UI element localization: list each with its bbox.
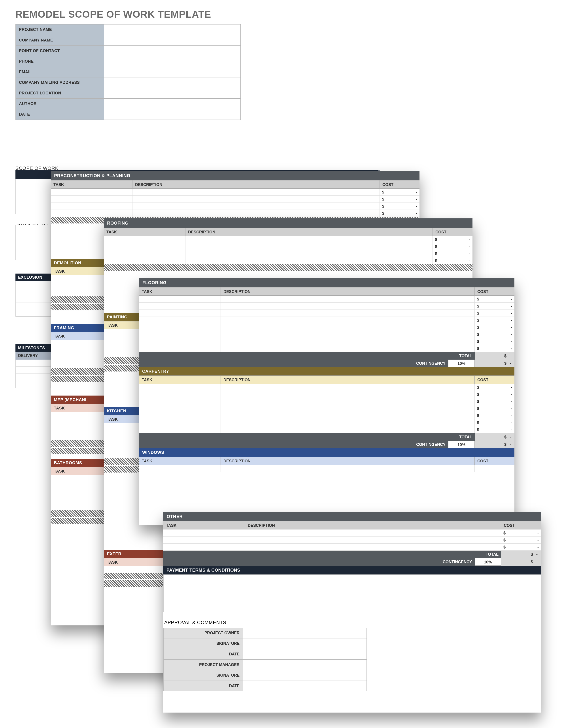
approval-value[interactable] (243, 670, 367, 681)
info-value[interactable] (104, 46, 241, 56)
task-label: TASK (54, 404, 65, 412)
info-value[interactable] (104, 109, 241, 120)
info-key: EMAIL (16, 67, 104, 77)
exclusions-body[interactable] (15, 281, 51, 317)
table-row[interactable]: $- (163, 529, 541, 537)
flooring-total-row: TOTAL $ - (139, 352, 514, 360)
table-row[interactable]: $- (139, 331, 514, 338)
sheet-4: OTHER TASK DESCRIPTION COST $-$-$- TOTAL… (163, 512, 541, 713)
table-row[interactable]: $- (139, 426, 514, 433)
task-label: TASK (107, 415, 118, 423)
dash: - (510, 435, 511, 439)
dash: - (510, 354, 511, 358)
info-value[interactable] (104, 67, 241, 77)
table-row[interactable]: $- (51, 189, 420, 196)
contingency-pct[interactable]: 10% (448, 360, 475, 367)
col-task: TASK (163, 521, 245, 529)
table-row[interactable]: $- (163, 537, 541, 544)
project-info-table: PROJECT NAMECOMPANY NAMEPOINT OF CONTACT… (15, 24, 241, 120)
currency: $ (504, 435, 507, 439)
column-headers: TASK DESCRIPTION COST (104, 228, 473, 236)
table-row[interactable]: $- (139, 338, 514, 345)
col-task: TASK (139, 457, 221, 465)
table-row[interactable]: $- (139, 391, 514, 398)
table-row[interactable]: $- (139, 296, 514, 303)
info-key: PHONE (16, 56, 104, 67)
payment-terms-body[interactable] (163, 574, 541, 612)
info-value[interactable] (104, 56, 241, 67)
page-title: REMODEL SCOPE OF WORK TEMPLATE (0, 0, 563, 24)
dash: - (510, 442, 511, 447)
col-desc: DESCRIPTION (221, 457, 475, 465)
table-row[interactable]: $- (139, 310, 514, 317)
total-label: TOTAL (139, 433, 475, 441)
task-label: TASK (107, 558, 118, 566)
table-row[interactable]: $- (139, 412, 514, 419)
currency: $ (531, 552, 533, 557)
task-label: TASK (54, 467, 65, 475)
info-value[interactable] (104, 24, 241, 35)
currency: $ (504, 361, 507, 366)
divider (104, 264, 473, 271)
currency: $ (504, 442, 507, 447)
table-row[interactable] (139, 465, 514, 472)
project-deliverables-body[interactable] (15, 225, 51, 260)
info-key: PROJECT LOCATION (16, 88, 104, 99)
info-value[interactable] (104, 77, 241, 88)
payment-terms-header: PAYMENT TERMS & CONDITIONS (163, 566, 541, 574)
info-value[interactable] (104, 99, 241, 109)
table-row[interactable]: $- (104, 236, 473, 243)
col-task: TASK (104, 228, 185, 236)
carpentry-header: CARPENTRY (139, 367, 514, 375)
task-label: TASK (54, 332, 65, 340)
total-label: TOTAL (163, 551, 501, 558)
contingency-pct[interactable]: 10% (475, 558, 501, 566)
approval-value[interactable] (243, 638, 367, 649)
table-row[interactable]: $- (139, 419, 514, 426)
carpentry-total-row: TOTAL $ - (139, 433, 514, 441)
approval-value[interactable] (243, 660, 367, 670)
table-row[interactable]: $- (104, 250, 473, 257)
contingency-pct[interactable]: 10% (448, 441, 475, 448)
other-header: OTHER (163, 512, 541, 521)
table-row[interactable]: $- (139, 317, 514, 324)
table-row[interactable]: $- (104, 243, 473, 250)
approval-value[interactable] (243, 628, 367, 638)
dash: - (510, 361, 511, 366)
info-value[interactable] (104, 88, 241, 99)
table-row[interactable]: $- (51, 210, 420, 217)
table-row[interactable]: $- (104, 257, 473, 264)
approval-label: APPROVAL & COMMENTS (164, 620, 541, 625)
table-row[interactable]: $- (51, 203, 420, 210)
carpentry-contingency-row: CONTINGENCY 10% $ - (139, 441, 514, 448)
col-task: TASK (139, 376, 221, 384)
approval-key: DATE (164, 681, 243, 691)
approval-value[interactable] (243, 649, 367, 660)
task-label: TASK (54, 267, 65, 275)
approval-value[interactable] (243, 681, 367, 691)
total-label: TOTAL (139, 352, 475, 360)
col-cost: COST (475, 376, 514, 384)
approval-key: SIGNATURE (164, 638, 243, 649)
contingency-label: CONTINGENCY (139, 360, 448, 367)
milestones-body[interactable] (15, 360, 51, 388)
table-row[interactable]: $- (139, 398, 514, 405)
table-row[interactable]: $- (139, 303, 514, 310)
table-row[interactable]: $- (139, 384, 514, 391)
info-value[interactable] (104, 35, 241, 46)
col-task: TASK (139, 287, 221, 295)
table-row[interactable]: $- (139, 345, 514, 352)
table-row[interactable]: $- (163, 544, 541, 551)
table-row[interactable]: $- (139, 324, 514, 331)
approval-key: SIGNATURE (164, 670, 243, 681)
col-cost: COST (501, 521, 541, 529)
col-cost: COST (475, 287, 514, 295)
col-desc: DESCRIPTION (221, 287, 475, 295)
milestones-header: MILESTONES (15, 344, 51, 352)
info-key: POINT OF CONTACT (16, 46, 104, 56)
table-row[interactable]: $- (51, 196, 420, 203)
table-row[interactable]: $- (139, 405, 514, 412)
column-headers: TASK DESCRIPTION COST (163, 521, 541, 529)
milestones-sub: DELIVERY (15, 352, 51, 360)
task-label: TASK (107, 321, 118, 329)
